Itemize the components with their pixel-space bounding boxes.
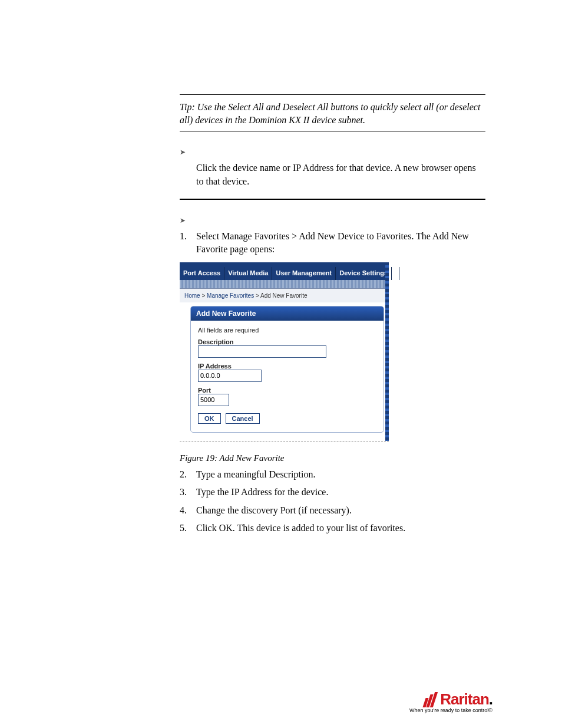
step-3: 3. Type the IP Address for the device. <box>180 486 485 499</box>
breadcrumb-manage-favorites[interactable]: Manage Favorites <box>207 292 254 299</box>
step-number: 1. <box>180 230 196 256</box>
raritan-mark-icon <box>424 692 437 707</box>
tip-block: Tip: Use the Select All and Deselect All… <box>180 94 485 131</box>
description-label: Description <box>198 338 376 345</box>
figure-caption: Figure 19: Add New Favorite <box>180 453 485 463</box>
tab-port-access[interactable]: Port Access <box>180 267 224 280</box>
bullet-arrow-icon: ➤ <box>180 148 485 157</box>
window-chrome <box>180 262 389 267</box>
step-text: Select Manage Favorites > Add New Device… <box>196 230 485 256</box>
step-text: Change the discovery Port (if necessary)… <box>196 504 485 517</box>
step-4: 4. Change the discovery Port (if necessa… <box>180 504 485 517</box>
breadcrumb: Home > Manage Favorites > Add New Favori… <box>180 289 389 302</box>
ok-button[interactable]: OK <box>198 413 221 424</box>
torn-edge-bottom <box>180 441 389 447</box>
header-texture <box>180 280 389 289</box>
ip-address-label: IP Address <box>198 363 376 370</box>
tab-user-management[interactable]: User Management <box>272 267 336 280</box>
add-favorite-panel: Add New Favorite All fields are required… <box>190 306 384 433</box>
brand-name: Raritan. <box>440 690 492 709</box>
description-input[interactable] <box>198 345 326 358</box>
step-5: 5. Click OK. This device is added to you… <box>180 522 485 535</box>
section-divider <box>180 199 485 200</box>
step-number: 5. <box>180 522 196 535</box>
tab-bar: Port Access Virtual Media User Managemen… <box>180 267 389 280</box>
required-note: All fields are required <box>198 327 376 334</box>
step-2: 2. Type a meaningful Description. <box>180 468 485 481</box>
port-input[interactable] <box>198 394 229 406</box>
brand-tagline: When you're ready to take control® <box>409 707 492 713</box>
step-text: Type a meaningful Description. <box>196 468 485 481</box>
cancel-button[interactable]: Cancel <box>226 413 260 424</box>
add-favorite-screenshot: Port Access Virtual Media User Managemen… <box>180 262 389 447</box>
breadcrumb-sep: > <box>200 292 207 299</box>
ip-address-input[interactable] <box>198 370 262 382</box>
step-number: 3. <box>180 486 196 499</box>
tab-device-settings[interactable]: Device Settings <box>336 267 392 280</box>
footer-logo-block: Raritan. When you're ready to take contr… <box>409 690 492 713</box>
breadcrumb-sep: > <box>254 292 260 299</box>
step-number: 4. <box>180 504 196 517</box>
click-instruction: Click the device name or IP Address for … <box>196 162 485 188</box>
bullet-arrow-icon: ➤ <box>180 216 485 225</box>
tab-virtual-media[interactable]: Virtual Media <box>224 267 272 280</box>
breadcrumb-home[interactable]: Home <box>184 292 200 299</box>
tip-text: Tip: Use the Select All and Deselect All… <box>180 102 480 125</box>
port-label: Port <box>198 387 376 394</box>
tab-security-cut[interactable]: Secu <box>392 267 399 280</box>
step-text: Type the IP Address for the device. <box>196 486 485 499</box>
step-text: Click OK. This device is added to your l… <box>196 522 485 535</box>
breadcrumb-leaf: Add New Favorite <box>260 292 307 299</box>
step-number: 2. <box>180 468 196 481</box>
panel-title: Add New Favorite <box>191 307 384 321</box>
step-1: 1. Select Manage Favorites > Add New Dev… <box>180 230 485 256</box>
